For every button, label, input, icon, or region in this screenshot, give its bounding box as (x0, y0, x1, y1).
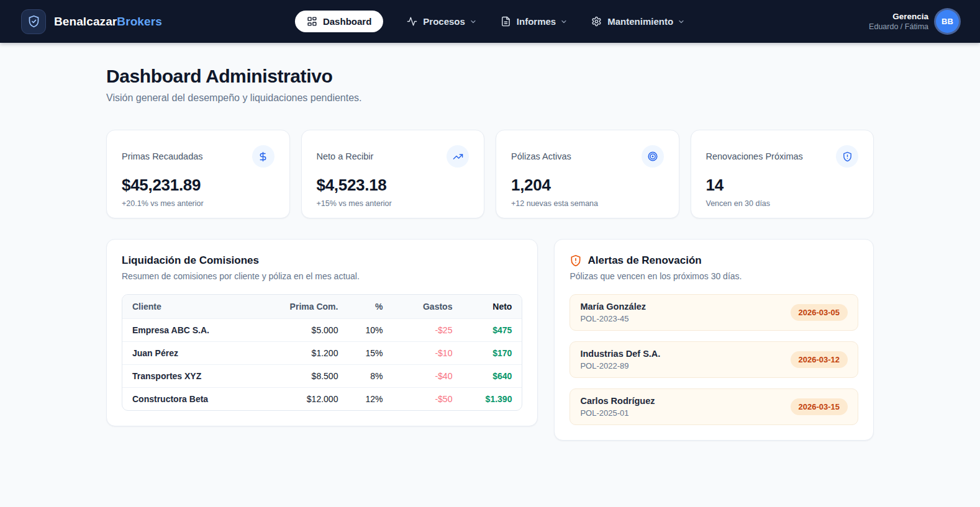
avatar[interactable]: BB (936, 10, 959, 33)
cell-gastos: -$40 (392, 365, 462, 388)
lower-panels: Liquidación de Comisiones Resumen de com… (106, 239, 874, 441)
cell-cliente: Constructora Beta (122, 388, 261, 411)
col-header-prima: Prima Com. (261, 295, 348, 319)
cell-pct: 10% (348, 319, 392, 342)
table-row: Juan Pérez $1.200 15% -$10 $170 (122, 342, 522, 365)
alert-client-name: Industrias Def S.A. (580, 349, 660, 359)
cell-gastos: -$10 (392, 342, 462, 365)
main-content: Dashboard Administrativo Visión general … (105, 66, 875, 441)
dashboard-grid-icon (307, 16, 317, 27)
document-icon (501, 16, 511, 27)
table-row: Transportes XYZ $8.500 8% -$40 $640 (122, 365, 522, 388)
alert-date-badge: 2026-03-12 (791, 351, 848, 368)
cell-neto: $1.390 (462, 388, 522, 411)
table-header-row: Cliente Prima Com. % Gastos Neto (122, 295, 522, 319)
cell-prima: $8.500 (261, 365, 348, 388)
page-subtitle: Visión general del desempeño y liquidaci… (106, 92, 874, 104)
commissions-title: Liquidación de Comisiones (122, 254, 522, 267)
cell-cliente: Juan Pérez (122, 342, 261, 365)
brand-name: BenalcazarBrokers (54, 15, 162, 29)
stat-label: Neto a Recibir (317, 151, 374, 161)
stat-value: 14 (706, 176, 859, 195)
nav-label: Dashboard (323, 16, 371, 27)
nav-label: Mantenimiento (607, 16, 673, 27)
target-icon (642, 145, 664, 168)
alert-client-name: Carlos Rodríguez (580, 396, 655, 406)
alert-date-badge: 2026-03-05 (791, 304, 848, 321)
col-header-cliente: Cliente (122, 295, 261, 319)
alert-item: Industrias Def S.A. POL-2022-89 2026-03-… (569, 341, 858, 378)
stat-note: Vencen en 30 días (706, 199, 859, 208)
shield-alert-icon (569, 254, 582, 267)
cell-prima: $1.200 (261, 342, 348, 365)
cell-pct: 8% (348, 365, 392, 388)
brand-logo[interactable]: BenalcazarBrokers (21, 9, 162, 34)
cell-prima: $5.000 (261, 319, 348, 342)
cell-gastos: -$25 (392, 319, 462, 342)
alert-policy-number: POL-2025-01 (580, 408, 655, 418)
stat-label: Primas Recaudadas (122, 151, 203, 161)
nav-label: Informes (517, 16, 556, 27)
nav-tab-dashboard[interactable]: Dashboard (295, 11, 383, 32)
cell-pct: 12% (348, 388, 392, 411)
shield-alert-icon (836, 145, 858, 168)
user-names: Eduardo / Fátima (869, 22, 928, 32)
stat-card-polizas: Pólizas Activas 1,204 +12 nuevas esta se… (496, 130, 679, 218)
gear-icon (591, 16, 602, 27)
stat-card-neto: Neto a Recibir $4,523.18 +15% vs mes ant… (301, 130, 485, 218)
table-row: Constructora Beta $12.000 12% -$50 $1.39… (122, 388, 522, 411)
page-header: Dashboard Administrativo Visión general … (106, 66, 874, 104)
user-menu[interactable]: Gerencia Eduardo / Fátima BB (869, 10, 959, 33)
col-header-gastos: Gastos (392, 295, 462, 319)
alert-client-name: María González (580, 302, 646, 312)
col-header-neto: Neto (462, 295, 522, 319)
alert-policy-number: POL-2023-45 (580, 314, 646, 323)
cell-pct: 15% (348, 342, 392, 365)
stat-label: Pólizas Activas (511, 151, 571, 161)
cell-neto: $170 (462, 342, 522, 365)
top-navbar: BenalcazarBrokers Dashboard Procesos Inf… (0, 0, 980, 43)
commissions-panel: Liquidación de Comisiones Resumen de com… (106, 239, 538, 426)
user-role: Gerencia (869, 11, 928, 22)
brand-name-secondary: Brokers (117, 15, 162, 28)
cell-prima: $12.000 (261, 388, 348, 411)
alert-date-badge: 2026-03-15 (791, 398, 848, 415)
chevron-down-icon (470, 18, 477, 25)
stat-value: $4,523.18 (317, 176, 470, 195)
shield-check-icon (21, 9, 46, 34)
cell-neto: $640 (462, 365, 522, 388)
chevron-down-icon (678, 18, 685, 25)
alert-policy-number: POL-2022-89 (580, 361, 660, 370)
commissions-table: Cliente Prima Com. % Gastos Neto Empresa… (122, 294, 522, 411)
brand-name-primary: Benalcazar (54, 15, 117, 28)
alert-item: María González POL-2023-45 2026-03-05 (569, 294, 858, 331)
nav-menu-informes[interactable]: Informes (501, 16, 568, 27)
chevron-down-icon (560, 18, 568, 25)
nav-menu-procesos[interactable]: Procesos (407, 16, 477, 27)
stat-note: +15% vs mes anterior (317, 199, 470, 208)
stat-note: +20.1% vs mes anterior (122, 199, 274, 208)
cell-gastos: -$50 (392, 388, 462, 411)
stat-note: +12 nuevas esta semana (511, 199, 664, 208)
main-nav: Dashboard Procesos Informes Mantenimient… (295, 0, 685, 43)
trending-up-icon (447, 145, 469, 168)
stat-card-renovaciones: Renovaciones Próximas 14 Vencen en 30 dí… (691, 130, 874, 218)
alerts-subtitle: Pólizas que vencen en los próximos 30 dí… (569, 271, 858, 281)
stat-value: 1,204 (511, 176, 664, 195)
cell-neto: $475 (462, 319, 522, 342)
alert-item: Carlos Rodríguez POL-2025-01 2026-03-15 (569, 388, 858, 425)
stat-label: Renovaciones Próximas (706, 151, 803, 161)
nav-label: Procesos (423, 16, 465, 27)
dollar-icon (252, 145, 274, 168)
table-row: Empresa ABC S.A. $5.000 10% -$25 $475 (122, 319, 522, 342)
nav-menu-mantenimiento[interactable]: Mantenimiento (591, 16, 685, 27)
alert-list: María González POL-2023-45 2026-03-05 In… (569, 294, 858, 425)
stat-value: $45,231.89 (122, 176, 274, 195)
alerts-title: Alertas de Renovación (588, 254, 701, 267)
activity-icon (407, 16, 417, 27)
stat-card-primas: Primas Recaudadas $45,231.89 +20.1% vs m… (106, 130, 290, 218)
stat-cards: Primas Recaudadas $45,231.89 +20.1% vs m… (106, 130, 874, 218)
page-title: Dashboard Administrativo (106, 66, 874, 87)
renewal-alerts-panel: Alertas de Renovación Pólizas que vencen… (554, 239, 874, 441)
cell-cliente: Transportes XYZ (122, 365, 261, 388)
